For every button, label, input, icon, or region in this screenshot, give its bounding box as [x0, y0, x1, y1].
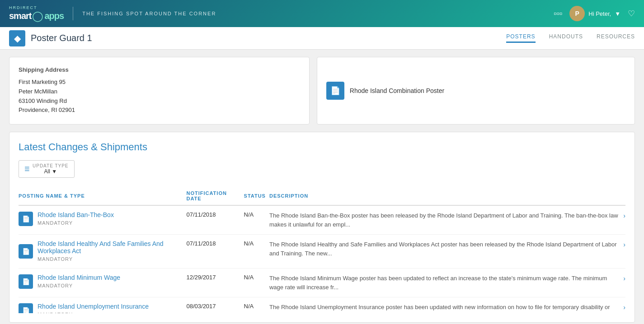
desc-arrow-2[interactable]: › — [623, 274, 625, 283]
nav-handouts[interactable]: HANDOUTS — [549, 33, 583, 43]
brand-apps: apps — [44, 11, 64, 21]
posting-type-0: MANDATORY — [38, 220, 73, 226]
brand-smart: smart — [9, 11, 31, 21]
brand-icon: ◯ — [32, 10, 43, 22]
posting-type-1: MANDATORY — [38, 256, 73, 262]
poster-card-icon: 📄 — [326, 82, 344, 100]
app-logo: ◆ — [9, 30, 25, 46]
shipping-line2: Peter McMillan — [19, 87, 300, 97]
row-icon-2: 📄 — [19, 274, 33, 289]
desc-cell-0: The Rhode Island Ban-the-Box poster has … — [269, 205, 625, 235]
shipping-card: Shipping Address First Marketing 95 Pete… — [9, 57, 310, 125]
status-cell-1: N/A — [244, 235, 269, 268]
posting-cell-1: 📄 Rhode Island Healthy And Safe Families… — [19, 240, 183, 263]
main-header: HRdirect smart ◯ apps The Fishing Spot A… — [0, 0, 644, 27]
desc-arrow-0[interactable]: › — [623, 211, 625, 221]
date-cell-3: 08/03/2017 — [186, 297, 244, 314]
shipping-line1: First Marketing 95 — [19, 78, 300, 87]
col-posting-name[interactable]: POSTING NAME & TYPE — [19, 187, 186, 205]
user-greeting: Hi Peter, — [588, 10, 611, 17]
user-dropdown-icon[interactable]: ▼ — [615, 10, 620, 17]
col-notification-date[interactable]: NOTIFICATION DATE — [186, 187, 244, 205]
date-cell-2: 12/29/2017 — [186, 268, 244, 297]
nav-posters[interactable]: POSTERS — [506, 33, 535, 43]
status-cell-3: N/A — [244, 297, 269, 314]
filter-icon: ☰ — [24, 166, 30, 172]
update-type-filter[interactable]: ☰ UPDATE TYPE All ▼ — [19, 160, 75, 178]
brand-hrdirect: HRdirect — [9, 5, 38, 10]
table-row: 📄 Rhode Island Minimum Wage MANDATORY 12… — [19, 268, 625, 297]
date-cell-1: 07/11/2018 — [186, 235, 244, 268]
header-divider — [73, 7, 73, 20]
desc-arrow-3[interactable]: › — [623, 303, 625, 312]
avatar: P — [569, 6, 585, 21]
bell-icon[interactable]: ♡ — [628, 9, 635, 19]
header-tagline: The Fishing Spot Around The Corner — [82, 11, 216, 16]
shipping-line3: 63100 Winding Rd — [19, 97, 300, 106]
posting-cell-2: 📄 Rhode Island Minimum Wage MANDATORY — [19, 274, 183, 289]
row-icon-3: 📄 — [19, 303, 33, 313]
col-status[interactable]: STATUS — [244, 187, 269, 205]
row-icon-1: 📄 — [19, 244, 33, 259]
sub-nav: ◆ Poster Guard 1 POSTERS HANDOUTS RESOUR… — [0, 27, 644, 50]
desc-cell-1: The Rhode Island Healthy and Safe Famili… — [269, 235, 625, 268]
desc-cell-3: The Rhode Island Unemployment Insurance … — [269, 297, 625, 314]
row-icon-0: 📄 — [19, 212, 33, 226]
desc-arrow-1[interactable]: › — [623, 240, 625, 250]
filter-label: UPDATE TYPE — [33, 163, 69, 168]
grid-icon[interactable]: ▫▫▫ — [554, 9, 562, 19]
date-cell-0: 07/11/2018 — [186, 205, 244, 235]
nav-resources[interactable]: RESOURCES — [597, 33, 635, 43]
posting-type-3: MANDATORY — [38, 312, 73, 313]
table-row: 📄 Rhode Island Healthy And Safe Families… — [19, 235, 625, 268]
app-title: Poster Guard 1 — [31, 33, 92, 43]
changes-table: POSTING NAME & TYPE NOTIFICATION DATE ST… — [19, 187, 625, 313]
filter-dropdown-icon: ▼ — [52, 168, 57, 175]
changes-title: Latest Changes & Shipments — [19, 141, 625, 153]
poster-card: 📄 Rhode Island Combination Poster — [317, 57, 635, 125]
filter-value: All — [44, 168, 50, 175]
posting-cell-3: 📄 Rhode Island Unemployment Insurance MA… — [19, 303, 183, 313]
col-description[interactable]: DESCRIPTION — [269, 187, 625, 205]
shipping-line4: Providence, RI 02901 — [19, 106, 300, 115]
shipping-title: Shipping Address — [19, 66, 300, 73]
posting-name-3[interactable]: Rhode Island Unemployment Insurance — [38, 303, 149, 310]
posting-type-2: MANDATORY — [38, 283, 73, 288]
table-row: 📄 Rhode Island Ban-The-Box MANDATORY 07/… — [19, 205, 625, 235]
poster-card-name: Rhode Island Combination Poster — [350, 87, 444, 94]
posting-name-2[interactable]: Rhode Island Minimum Wage — [38, 274, 120, 281]
brand-logo: HRdirect smart ◯ apps — [9, 5, 64, 22]
cards-row: Shipping Address First Marketing 95 Pete… — [9, 50, 635, 125]
changes-section: Latest Changes & Shipments ☰ UPDATE TYPE… — [9, 132, 635, 323]
posting-name-0[interactable]: Rhode Island Ban-The-Box — [38, 211, 114, 218]
status-cell-2: N/A — [244, 268, 269, 297]
changes-table-wrapper: POSTING NAME & TYPE NOTIFICATION DATE ST… — [19, 187, 625, 313]
table-row: 📄 Rhode Island Unemployment Insurance MA… — [19, 297, 625, 314]
posting-cell-0: 📄 Rhode Island Ban-The-Box MANDATORY — [19, 211, 183, 227]
desc-cell-2: The Rhode Island Minimum Wage poster has… — [269, 268, 625, 297]
main-content: Shipping Address First Marketing 95 Pete… — [0, 50, 644, 324]
status-cell-0: N/A — [244, 205, 269, 235]
header-right: ▫▫▫ P Hi Peter, ▼ ♡ — [554, 6, 635, 21]
sub-nav-links: POSTERS HANDOUTS RESOURCES — [506, 33, 635, 43]
user-menu[interactable]: P Hi Peter, ▼ — [569, 6, 620, 21]
posting-name-1[interactable]: Rhode Island Healthy And Safe Families A… — [38, 240, 183, 255]
